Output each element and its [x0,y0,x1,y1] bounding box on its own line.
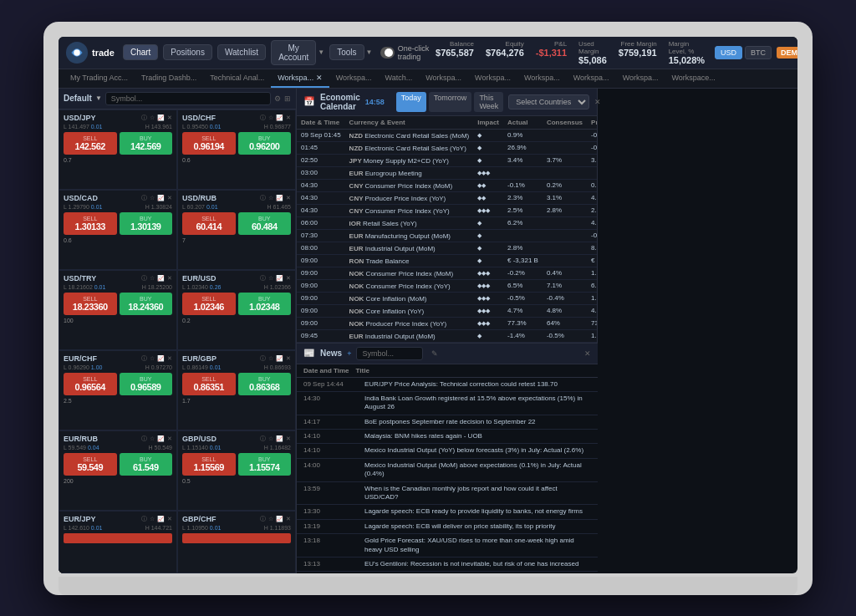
tools-button[interactable]: Tools [329,44,364,60]
news-item[interactable]: 09 Sep 14:44 EUR/JPY Price Analysis: Tec… [297,378,598,392]
buy-box[interactable]: BUY 61.549 [120,453,173,476]
pair-close-icon[interactable]: ✕ [167,115,172,121]
pair-close-icon[interactable]: ✕ [286,516,291,522]
tab-workspace-8[interactable]: Workspace... [665,69,721,88]
tab-trading-dashb[interactable]: Trading Dashb... [135,69,203,88]
pair-chart-icon[interactable]: 📈 [157,516,165,522]
sell-box[interactable]: SELL 1.15569 [182,453,236,476]
news-close-icon[interactable]: ✕ [584,349,591,358]
panel-settings-icon[interactable]: ⚙ [274,94,281,103]
calendar-row[interactable]: 03:00 EUR Eurogroup Meeting ◆◆◆ [297,166,597,179]
pair-chart-icon[interactable]: 📈 [157,195,165,201]
sell-box[interactable]: SELL 59.549 [64,453,117,476]
symbol-search[interactable] [105,92,271,105]
pair-star-icon[interactable]: ☆ [150,355,155,362]
news-add-icon[interactable]: + [347,349,351,358]
calendar-row[interactable]: 01:45 NZD Electronic Card Retail Sales (… [297,141,597,154]
cal-close-icon[interactable]: ✕ [594,98,601,106]
tab-workspace-3[interactable]: Workspa... [419,69,468,88]
pair-star-icon[interactable]: ☆ [268,195,273,201]
calendar-row[interactable]: 09:00 NOK Core Inflation (YoY) ◆◆◆ 4.7% … [297,304,597,317]
pair-close-icon[interactable]: ✕ [286,115,291,121]
buy-box[interactable]: BUY 1.02348 [238,293,292,315]
pair-info-icon[interactable]: ⓘ [141,114,147,122]
calendar-row[interactable]: 04:30 CNY Consumer Price Index (YoY) ◆◆◆… [297,204,597,216]
pair-chart-icon[interactable]: 📈 [157,355,165,362]
pair-chart-icon[interactable]: 📈 [276,516,283,522]
sell-box[interactable]: SELL 60.414 [182,212,236,235]
pair-chart-icon[interactable]: 📈 [157,275,165,282]
pair-info-icon[interactable]: ⓘ [141,274,147,283]
pair-info-icon[interactable]: ⓘ [141,435,147,443]
pair-info-icon[interactable]: ⓘ [141,515,147,523]
calendar-row[interactable]: 04:30 CNY Consumer Price Index (MoM) ◆◆ … [297,179,597,191]
pair-info-icon[interactable]: ⓘ [260,354,266,363]
positions-button[interactable]: Positions [163,44,212,60]
news-pencil-icon[interactable]: ✎ [431,349,438,358]
sell-box[interactable]: SELL 0.96564 [64,373,117,395]
pair-chart-icon[interactable]: 📈 [276,195,283,201]
news-item[interactable]: 13:18 Gold Price Forecast: XAU/USD rises… [297,534,598,557]
pair-info-icon[interactable]: ⓘ [260,515,266,523]
pair-chart-icon[interactable]: 📈 [276,275,283,282]
cal-countries-select[interactable]: Select Countries All [508,94,589,109]
pair-info-icon[interactable]: ⓘ [260,435,266,443]
calendar-row[interactable]: 04:30 CNY Producer Price Index (YoY) ◆◆ … [297,191,597,204]
buy-box[interactable]: BUY 1.30139 [120,212,173,235]
pair-close-icon[interactable]: ✕ [286,355,291,362]
calendar-row[interactable]: 09:45 EUR Industrial Output (MoM) ◆ -1.4… [297,329,597,342]
news-item[interactable]: 13:30 Lagarde speech: ECB ready to provi… [297,505,598,519]
buy-box[interactable]: BUY 18.24360 [120,293,173,315]
buy-box[interactable]: BUY 142.569 [120,132,173,155]
calendar-row[interactable]: 09:00 NOK Core Inflation (MoM) ◆◆◆ -0.5%… [297,292,597,304]
tab-workspace-7[interactable]: Workspa... [616,69,665,88]
pair-close-icon[interactable]: ✕ [167,355,172,362]
pair-star-icon[interactable]: ☆ [150,516,155,522]
pair-chart-icon[interactable]: 📈 [276,115,283,121]
sell-box[interactable]: SELL 0.96194 [182,132,236,155]
pair-close-icon[interactable]: ✕ [167,435,172,442]
tools-dropdown[interactable]: Tools ▼ [329,44,372,60]
pair-chart-icon[interactable]: 📈 [276,355,283,362]
sell-box[interactable]: SELL 18.23360 [64,293,117,315]
panel-grid-icon[interactable]: ⊞ [284,94,291,103]
pair-star-icon[interactable]: ☆ [268,275,273,282]
pair-star-icon[interactable]: ☆ [150,195,155,201]
buy-box[interactable]: BUY 0.96589 [120,373,173,395]
buy-box[interactable]: BUY 0.96200 [238,132,292,155]
sell-box[interactable]: SELL 1.02346 [182,293,236,315]
pair-star-icon[interactable]: ☆ [268,435,273,442]
news-item[interactable]: 13:08 Eurogroup Head Donohoe: We are uni… [297,572,598,573]
news-item[interactable]: 14:10 Malaysia: BNM hikes rates again - … [297,430,598,444]
pair-info-icon[interactable]: ⓘ [260,114,266,122]
calendar-row[interactable]: 09 Sep 01:45 NZD Electronic Card Retail … [297,129,597,141]
calendar-table[interactable]: Date & Time Currency & Event Impact Actu… [297,116,597,343]
calendar-row[interactable]: 06:00 IOR Retail Sales (YoY) ◆ 6.2% 4.1% [297,216,597,229]
pair-close-icon[interactable]: ✕ [286,275,291,282]
calendar-row[interactable]: 09:00 RON Trade Balance ◆ € -3,321 B € -… [297,254,597,267]
pair-star-icon[interactable]: ☆ [268,115,273,121]
cal-tab-tomorrow[interactable]: Tomorrow [429,92,472,112]
news-item[interactable]: 13:13 EU's Gentiloni: Recession is not i… [297,557,598,572]
buy-box[interactable]: BUY 0.86368 [238,373,292,395]
panel-default-dropdown[interactable]: ▼ [95,94,102,102]
sell-box[interactable]: SELL 0.86351 [182,373,236,395]
btc-button[interactable]: BTC [745,46,772,59]
pair-star-icon[interactable]: ☆ [150,115,155,121]
pair-info-icon[interactable]: ⓘ [141,354,147,363]
news-item[interactable]: 13:19 Lagarde speech: ECB will deliver o… [297,520,598,534]
watchlist-button[interactable]: Watchlist [217,44,266,60]
pair-info-icon[interactable]: ⓘ [260,194,266,202]
chart-button[interactable]: Chart [123,44,158,60]
calendar-row[interactable]: 09:00 NOK Producer Price Index (YoY) ◆◆◆… [297,317,597,329]
news-item[interactable]: 14:00 Mexico Industrial Output (MoM) abo… [297,459,598,482]
tab-watch[interactable]: Watch... [379,69,420,88]
sell-box[interactable]: SELL 142.562 [64,132,117,155]
pair-info-icon[interactable]: ⓘ [141,194,147,202]
my-account-button[interactable]: My Account [271,40,316,65]
pair-chart-icon[interactable]: 📈 [157,435,165,442]
tab-workspace-1[interactable]: Workspa... ✕ [271,69,329,88]
pair-star-icon[interactable]: ☆ [150,275,155,282]
pair-star-icon[interactable]: ☆ [150,435,155,442]
calendar-row[interactable]: 09:00 NOK Consumer Price Index (MoM) ◆◆◆… [297,267,597,279]
